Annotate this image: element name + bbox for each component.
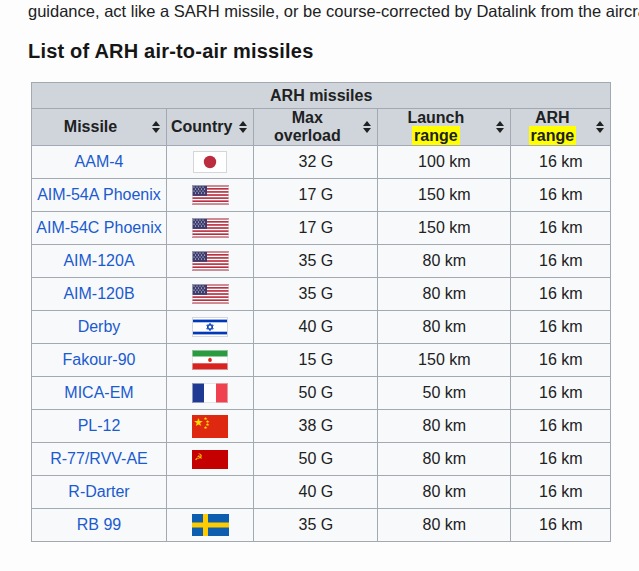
max-overload-cell: 35 G	[254, 509, 378, 542]
missile-link[interactable]: AIM-120A	[63, 252, 134, 269]
search-highlight: range	[412, 126, 460, 145]
launch-range-cell: 150 km	[378, 344, 511, 377]
country-cell: ☭	[167, 443, 254, 476]
missile-link[interactable]: R-Darter	[68, 483, 129, 500]
arh-range-cell: 16 km	[511, 179, 611, 212]
sweden-flag-icon	[192, 514, 229, 536]
max-overload-cell: 38 G	[254, 410, 378, 443]
missile-cell: AIM-120A	[32, 245, 167, 278]
country-cell	[167, 179, 254, 212]
missile-link[interactable]: PL-12	[78, 417, 121, 434]
column-label: Country	[171, 118, 232, 135]
max-overload-cell: 17 G	[254, 212, 378, 245]
arh-range-cell: 16 km	[511, 509, 611, 542]
table-caption-row: ARH missiles	[32, 83, 611, 109]
svg-text:★: ★	[204, 425, 208, 430]
missile-cell: AIM-54A Phoenix	[32, 179, 167, 212]
missile-link[interactable]: AIM-54A Phoenix	[37, 186, 161, 203]
missile-cell: Derby	[32, 311, 167, 344]
sort-icon	[152, 121, 160, 133]
max-overload-cell: 15 G	[254, 344, 378, 377]
page-title: List of ARH air-to-air missiles	[28, 40, 639, 63]
max-overload-cell: 32 G	[254, 146, 378, 179]
china-flag-icon: ★★★★★	[192, 415, 228, 438]
missile-link[interactable]: R-77/RVV-AE	[50, 450, 148, 467]
launch-range-cell: 80 km	[378, 443, 511, 476]
missile-cell: PL-12	[32, 410, 167, 443]
missile-link[interactable]: AIM-54C Phoenix	[36, 219, 161, 236]
launch-range-cell: 80 km	[378, 509, 511, 542]
table-row: AIM-54A Phoenix 17 G 150 km 16 km	[32, 179, 611, 212]
missile-link[interactable]: RB 99	[77, 516, 121, 533]
table-row: AIM-54C Phoenix 17 G 150 km 16 km	[32, 212, 611, 245]
max-overload-cell: 50 G	[254, 377, 378, 410]
svg-text:★: ★	[194, 415, 204, 428]
country-cell: ★★★★★	[167, 410, 254, 443]
country-cell	[167, 311, 254, 344]
missile-cell: Fakour-90	[32, 344, 167, 377]
arh-missiles-table: ARH missiles MissileCountryMax overloadL…	[31, 82, 611, 542]
table-caption: ARH missiles	[32, 83, 611, 109]
launch-range-cell: 80 km	[378, 476, 511, 509]
arh-range-cell: 16 km	[511, 212, 611, 245]
table-row: Fakour-90 15 G 150 km 16 km	[32, 344, 611, 377]
missile-cell: AIM-120B	[32, 278, 167, 311]
israel-flag-icon	[192, 317, 228, 337]
country-cell	[167, 212, 254, 245]
launch-range-cell: 150 km	[378, 212, 511, 245]
ussr-flag-icon: ☭	[192, 450, 228, 469]
max-overload-cell: 40 G	[254, 311, 378, 344]
country-cell	[167, 476, 254, 509]
arh-range-cell: 16 km	[511, 410, 611, 443]
intro-paragraph: guidance, act like a SARH missile, or be…	[0, 0, 639, 21]
max-overload-cell: 17 G	[254, 179, 378, 212]
launch-range-cell: 80 km	[378, 245, 511, 278]
sort-icon	[496, 121, 504, 133]
table-row: R-77/RVV-AE ☭ 50 G 80 km 16 km	[32, 443, 611, 476]
missile-cell: RB 99	[32, 509, 167, 542]
arh-range-cell: 16 km	[511, 311, 611, 344]
column-header-arh-range[interactable]: ARH range	[511, 109, 611, 146]
max-overload-cell: 35 G	[254, 278, 378, 311]
missile-link[interactable]: AIM-120B	[63, 285, 134, 302]
arh-range-cell: 16 km	[511, 443, 611, 476]
table-row: AAM-4 32 G 100 km 16 km	[32, 146, 611, 179]
max-overload-cell: 50 G	[254, 443, 378, 476]
launch-range-cell: 80 km	[378, 311, 511, 344]
missile-link[interactable]: MICA-EM	[64, 384, 133, 401]
sort-icon	[363, 121, 371, 133]
column-label: ARH range	[529, 109, 577, 145]
france-flag-icon	[192, 383, 228, 403]
table-row: MICA-EM 50 G 50 km 16 km	[32, 377, 611, 410]
missile-link[interactable]: Fakour-90	[63, 351, 136, 368]
arh-range-cell: 16 km	[511, 278, 611, 311]
table-row: Derby 40 G 80 km 16 km	[32, 311, 611, 344]
column-header-missile[interactable]: Missile	[32, 109, 167, 146]
launch-range-cell: 50 km	[378, 377, 511, 410]
column-header-max-overload[interactable]: Max overload	[254, 109, 378, 146]
max-overload-cell: 35 G	[254, 245, 378, 278]
missile-link[interactable]: AAM-4	[75, 153, 124, 170]
japan-flag-icon	[193, 151, 227, 173]
table-row: AIM-120A 35 G 80 km 16 km	[32, 245, 611, 278]
country-cell	[167, 344, 254, 377]
table-row: RB 99 35 G 80 km 16 km	[32, 509, 611, 542]
search-highlight: range	[529, 126, 577, 145]
country-cell	[167, 146, 254, 179]
launch-range-cell: 150 km	[378, 179, 511, 212]
table-row: R-Darter 40 G 80 km 16 km	[32, 476, 611, 509]
country-cell	[167, 245, 254, 278]
missile-cell: R-77/RVV-AE	[32, 443, 167, 476]
column-label: Launch range	[407, 109, 464, 145]
missile-cell: MICA-EM	[32, 377, 167, 410]
usa-flag-icon	[192, 284, 229, 304]
usa-flag-icon	[192, 251, 229, 271]
missile-cell: AAM-4	[32, 146, 167, 179]
launch-range-cell: 100 km	[378, 146, 511, 179]
column-header-launch-range[interactable]: Launch range	[378, 109, 511, 146]
arh-range-cell: 16 km	[511, 344, 611, 377]
table-row: AIM-120B 35 G 80 km 16 km	[32, 278, 611, 311]
table-row: PL-12 ★★★★★ 38 G 80 km 16 km	[32, 410, 611, 443]
missile-link[interactable]: Derby	[78, 318, 121, 335]
column-header-country[interactable]: Country	[167, 109, 254, 146]
